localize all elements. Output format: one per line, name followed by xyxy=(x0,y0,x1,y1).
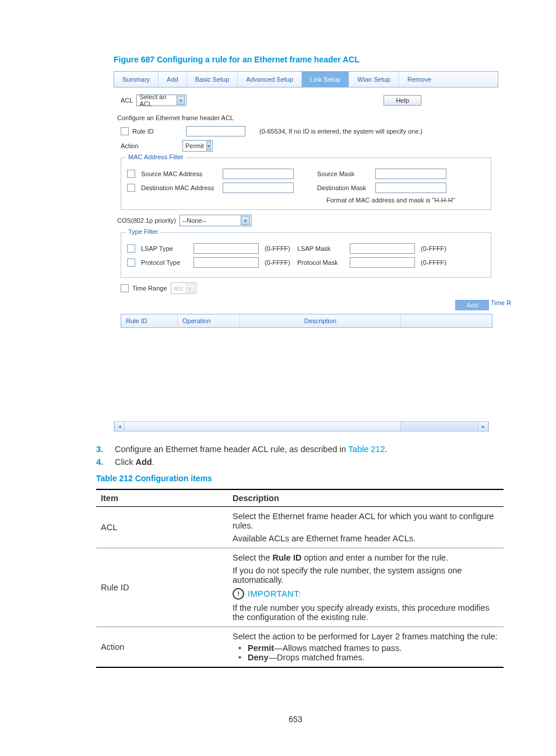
row-ruleid-l1a: Select the xyxy=(233,553,273,562)
scrollbar-track[interactable] xyxy=(125,422,478,431)
row-ruleid-l1c: option and enter a number for the rule. xyxy=(301,553,448,562)
tab-link-setup[interactable]: Link Setup xyxy=(302,72,349,87)
table-title: Table 212 Configuration items xyxy=(96,474,504,483)
step-text-post: . xyxy=(152,457,154,467)
step-bold: Add xyxy=(135,457,152,467)
step-number: 4. xyxy=(96,457,115,467)
tab-wlan-setup[interactable]: Wlan Setup xyxy=(349,72,399,87)
action-select-value: Permit xyxy=(185,142,204,149)
figure-title: Figure 687 Configuring a rule for an Eth… xyxy=(114,55,504,64)
tab-remove[interactable]: Remove xyxy=(399,72,439,87)
table-row: Rule ID Select the Rule ID option and en… xyxy=(96,548,504,627)
cos-label: COS(802.1p priority) xyxy=(117,217,176,224)
col-operation[interactable]: Operation xyxy=(178,314,240,327)
step-4: 4. Click Add. xyxy=(96,457,504,467)
source-mac-checkbox[interactable] xyxy=(127,170,135,178)
rule-id-hint: (0-65534, If no ID is entered, the syste… xyxy=(259,128,423,135)
row-acl-desc-2: Available ACLs are Ethernet frame header… xyxy=(233,534,499,543)
time-range-select[interactable]: abc ▾ xyxy=(171,282,196,294)
chevron-down-icon: ▾ xyxy=(177,96,185,105)
chevron-down-icon: ▾ xyxy=(186,284,194,293)
acl-label: ACL xyxy=(121,97,133,104)
dest-mac-input[interactable] xyxy=(223,183,294,193)
lsap-type-input[interactable] xyxy=(193,243,259,254)
configuration-items-table: Item Description ACL Select the Ethernet… xyxy=(96,489,504,668)
lsap-type-label: LSAP Type xyxy=(141,245,188,252)
action-select[interactable]: Permit ▾ xyxy=(182,140,213,152)
time-range-value: abc xyxy=(174,285,184,292)
source-mac-input[interactable] xyxy=(223,169,294,179)
row-ruleid-l2: If you do not specify the rule number, t… xyxy=(233,566,499,584)
dest-mask-input[interactable] xyxy=(375,183,446,193)
type-fieldset-legend: Type Filter xyxy=(126,228,160,235)
row-action-item: Action xyxy=(96,627,228,668)
protocol-mask-label: Protocol Mask xyxy=(297,259,344,266)
acl-select[interactable]: Select an ACL ▾ xyxy=(136,94,186,106)
scrollbar-thumb[interactable] xyxy=(125,422,401,431)
help-button[interactable]: Help xyxy=(383,95,421,106)
row-ruleid-l1b: Rule ID xyxy=(273,553,302,562)
page-number: 653 xyxy=(87,715,504,724)
lsap-type-checkbox[interactable] xyxy=(127,244,135,253)
lsap-mask-label: LSAP Mask xyxy=(297,245,344,252)
step-text-post: . xyxy=(385,444,388,454)
step-list: 3. Configure an Ethernet frame header AC… xyxy=(96,444,504,467)
table-row: Action Select the action to be performed… xyxy=(96,627,504,668)
tab-add[interactable]: Add xyxy=(159,72,187,87)
cos-select[interactable]: --None-- ▾ xyxy=(180,215,252,226)
chevron-down-icon: ▾ xyxy=(241,216,250,225)
source-mask-input[interactable] xyxy=(375,169,446,179)
row-acl-desc-1: Select the Ethernet frame header ACL for… xyxy=(233,512,499,530)
row-ruleid-item: Rule ID xyxy=(96,548,228,627)
mac-address-fieldset: MAC Address Filter Source MAC Address So… xyxy=(121,158,491,210)
rule-id-input[interactable] xyxy=(186,126,245,136)
row-acl-item: ACL xyxy=(96,507,228,548)
acl-select-value: Select an ACL xyxy=(139,93,174,107)
tab-basic-setup[interactable]: Basic Setup xyxy=(187,72,238,87)
tab-summary[interactable]: Summary xyxy=(114,72,159,87)
protocol-type-checkbox[interactable] xyxy=(127,258,135,267)
table-212-link[interactable]: Table 212 xyxy=(349,444,385,454)
rule-id-label: Rule ID xyxy=(132,128,182,135)
bullet-deny: Deny—Drops matched frames. xyxy=(238,653,499,662)
cos-select-value: --None-- xyxy=(182,217,206,224)
scroll-left-icon[interactable]: ◂ xyxy=(114,422,125,430)
mac-fieldset-legend: MAC Address Filter xyxy=(126,153,186,160)
tab-bar: Summary Add Basic Setup Advanced Setup L… xyxy=(114,71,498,88)
step-text: Click xyxy=(115,457,135,467)
protocol-type-label: Protocol Type xyxy=(141,259,188,266)
protocol-mask-input[interactable] xyxy=(350,257,415,268)
dest-mac-checkbox[interactable] xyxy=(127,184,135,192)
rules-table: Rule ID Operation Description xyxy=(121,314,492,328)
row-action-l1: Select the action to be performed for La… xyxy=(233,632,499,641)
row-ruleid-l3: If the rule number you specify already e… xyxy=(233,603,499,622)
source-mask-label: Source Mask xyxy=(317,170,370,177)
time-range-checkbox[interactable] xyxy=(121,284,129,292)
step-3: 3. Configure an Ethernet frame header AC… xyxy=(96,444,504,454)
th-item: Item xyxy=(96,489,228,507)
protocol-range-hint: (0-FFFF) xyxy=(265,259,291,266)
section-title: Configure an Ethernet frame header ACL xyxy=(117,114,495,121)
horizontal-scrollbar[interactable]: ◂ ▸ xyxy=(114,421,489,432)
col-description[interactable]: Description xyxy=(240,314,401,327)
rule-id-checkbox[interactable] xyxy=(121,127,129,135)
tab-advanced-setup[interactable]: Advanced Setup xyxy=(238,72,302,87)
time-range-label: Time Range xyxy=(132,285,167,292)
important-icon: ! xyxy=(233,588,244,600)
bullet-permit: Permit—Allows matched frames to pass. xyxy=(238,643,499,653)
source-mac-label: Source MAC Address xyxy=(141,170,217,177)
screenshot-panel: Summary Add Basic Setup Advanced Setup L… xyxy=(114,71,498,334)
col-time-range-clipped: Time R xyxy=(491,299,511,306)
type-filter-fieldset: Type Filter LSAP Type (0-FFFF) LSAP Mask… xyxy=(121,232,491,278)
protocol-type-input[interactable] xyxy=(193,257,259,268)
lsap-mask-input[interactable] xyxy=(350,243,415,254)
important-label: IMPORTANT: xyxy=(248,589,301,598)
step-number: 3. xyxy=(96,444,115,454)
col-rule-id[interactable]: Rule ID xyxy=(121,314,178,327)
protocol-mask-hint: (0-FFFF) xyxy=(421,259,446,266)
dest-mac-label: Destination MAC Address xyxy=(141,184,217,191)
dest-mask-label: Destination Mask xyxy=(317,184,370,191)
rules-table-header: Rule ID Operation Description xyxy=(121,314,492,327)
scroll-right-icon[interactable]: ▸ xyxy=(478,422,488,430)
action-label: Action xyxy=(121,142,179,149)
